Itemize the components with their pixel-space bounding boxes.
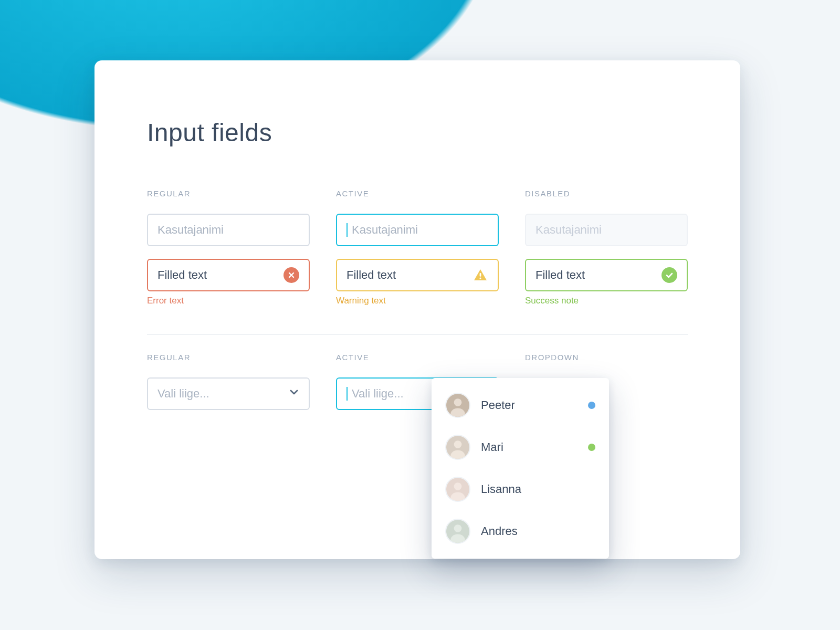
dropdown-item-label: Lisanna — [481, 482, 521, 496]
input-error[interactable]: Filled text — [147, 259, 310, 291]
input-value: Filled text — [158, 268, 207, 282]
dropdown-item-label: Peeter — [481, 398, 515, 412]
select-regular[interactable]: Vali liige... — [147, 377, 310, 410]
dropdown-item-2[interactable]: Lisanna — [432, 468, 609, 510]
text-caret — [346, 223, 348, 237]
status-dot — [588, 444, 595, 451]
dropdown-item-0[interactable]: Peeter — [432, 384, 609, 426]
label-select-active: ACTIVE — [336, 353, 499, 362]
text-caret — [346, 387, 348, 401]
card-panel: Input fields REGULAR ACTIVE DISABLED Kas… — [94, 60, 740, 559]
input-regular[interactable]: Kasutajanimi — [147, 214, 310, 246]
label-select-regular: REGULAR — [147, 353, 310, 362]
input-placeholder: Kasutajanimi — [158, 223, 224, 237]
error-icon — [284, 267, 299, 283]
svg-point-9 — [454, 482, 462, 490]
input-success[interactable]: Filled text — [525, 259, 688, 291]
divider — [147, 334, 688, 335]
svg-rect-0 — [480, 273, 481, 277]
label-select-dropdown: DROPDOWN — [525, 353, 688, 362]
success-icon — [662, 267, 677, 283]
avatar — [445, 477, 470, 502]
svg-point-1 — [479, 277, 481, 279]
page-title: Input fields — [147, 118, 693, 147]
dropdown-item-1[interactable]: Mari — [432, 426, 609, 468]
avatar — [445, 435, 470, 460]
input-value: Filled text — [536, 268, 585, 282]
input-value: Filled text — [346, 268, 396, 282]
avatar — [445, 393, 470, 418]
dropdown-item-3[interactable]: Andres — [432, 510, 609, 552]
status-dot — [588, 402, 595, 409]
label-active: ACTIVE — [336, 189, 499, 198]
svg-point-3 — [454, 398, 462, 406]
label-regular: REGULAR — [147, 189, 310, 198]
chevron-down-icon — [289, 387, 299, 401]
svg-point-12 — [454, 524, 462, 532]
field-grid: REGULAR ACTIVE DISABLED Kasutajanimi Kas… — [147, 189, 693, 410]
helper-success: Success note — [525, 296, 688, 306]
label-disabled: DISABLED — [525, 189, 688, 198]
input-placeholder: Kasutajanimi — [536, 223, 602, 237]
helper-warning: Warning text — [336, 296, 499, 306]
select-placeholder: Vali liige... — [352, 387, 404, 401]
svg-point-6 — [454, 440, 462, 448]
input-placeholder: Kasutajanimi — [352, 223, 418, 237]
input-disabled: Kasutajanimi — [525, 214, 688, 246]
dropdown-item-label: Andres — [481, 524, 518, 538]
avatar — [445, 519, 470, 544]
input-active[interactable]: Kasutajanimi — [336, 214, 499, 246]
input-warning[interactable]: Filled text — [336, 259, 499, 291]
dropdown-menu: Peeter Mari Lisanna Andres — [432, 378, 609, 559]
helper-error: Error text — [147, 296, 310, 306]
dropdown-item-label: Mari — [481, 440, 503, 454]
select-placeholder: Vali liige... — [158, 387, 209, 401]
warning-icon — [472, 267, 488, 283]
